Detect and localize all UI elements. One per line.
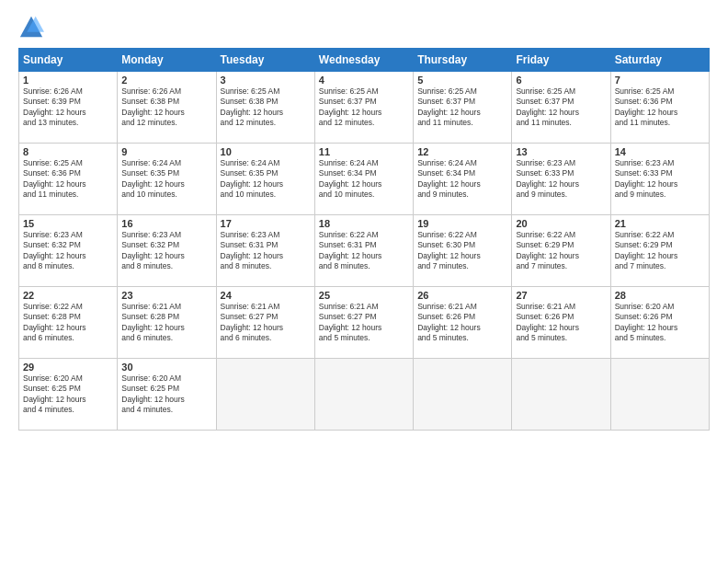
day-info: Sunrise: 6:21 AMSunset: 6:28 PMDaylight:… [121, 302, 211, 344]
calendar-cell: 4Sunrise: 6:25 AMSunset: 6:37 PMDaylight… [314, 72, 413, 144]
calendar-cell [610, 359, 709, 431]
day-number: 28 [615, 290, 705, 301]
day-info: Sunrise: 6:23 AMSunset: 6:33 PMDaylight:… [516, 158, 606, 201]
day-info: Sunrise: 6:20 AMSunset: 6:25 PMDaylight:… [121, 373, 211, 416]
weekday-header-friday: Friday [512, 49, 610, 72]
day-info: Sunrise: 6:22 AMSunset: 6:28 PMDaylight:… [23, 302, 113, 344]
day-info: Sunrise: 6:22 AMSunset: 6:29 PMDaylight:… [615, 230, 705, 272]
day-number: 23 [121, 290, 211, 301]
day-info: Sunrise: 6:24 AMSunset: 6:34 PMDaylight:… [417, 158, 507, 201]
day-info: Sunrise: 6:21 AMSunset: 6:27 PMDaylight:… [221, 302, 311, 344]
day-number: 30 [121, 362, 211, 373]
day-number: 6 [516, 75, 606, 86]
calendar-cell: 3Sunrise: 6:25 AMSunset: 6:38 PMDaylight… [216, 72, 314, 144]
calendar-cell [512, 359, 610, 431]
day-number: 21 [615, 218, 705, 229]
weekday-header-saturday: Saturday [610, 49, 709, 72]
day-number: 17 [221, 218, 311, 229]
logo [18, 15, 48, 40]
calendar: SundayMondayTuesdayWednesdayThursdayFrid… [18, 48, 710, 431]
day-number: 16 [121, 218, 211, 229]
day-number: 26 [417, 290, 507, 301]
calendar-cell [216, 359, 314, 431]
calendar-cell: 24Sunrise: 6:21 AMSunset: 6:27 PMDayligh… [216, 287, 314, 359]
day-info: Sunrise: 6:26 AMSunset: 6:39 PMDaylight:… [23, 86, 113, 129]
day-info: Sunrise: 6:25 AMSunset: 6:38 PMDaylight:… [221, 86, 311, 129]
day-info: Sunrise: 6:21 AMSunset: 6:26 PMDaylight:… [516, 302, 606, 344]
day-info: Sunrise: 6:20 AMSunset: 6:26 PMDaylight:… [615, 302, 705, 344]
calendar-cell: 17Sunrise: 6:23 AMSunset: 6:31 PMDayligh… [216, 215, 314, 287]
day-number: 15 [23, 218, 113, 229]
calendar-cell: 14Sunrise: 6:23 AMSunset: 6:33 PMDayligh… [610, 144, 709, 215]
calendar-cell: 26Sunrise: 6:21 AMSunset: 6:26 PMDayligh… [414, 287, 512, 359]
calendar-cell: 20Sunrise: 6:22 AMSunset: 6:29 PMDayligh… [512, 215, 610, 287]
day-number: 5 [417, 75, 507, 86]
calendar-cell: 29Sunrise: 6:20 AMSunset: 6:25 PMDayligh… [19, 359, 118, 431]
day-number: 19 [417, 218, 507, 229]
calendar-cell: 19Sunrise: 6:22 AMSunset: 6:30 PMDayligh… [414, 215, 512, 287]
day-number: 3 [221, 75, 311, 86]
calendar-cell: 13Sunrise: 6:23 AMSunset: 6:33 PMDayligh… [512, 144, 610, 215]
calendar-cell: 7Sunrise: 6:25 AMSunset: 6:36 PMDaylight… [610, 72, 709, 144]
day-info: Sunrise: 6:22 AMSunset: 6:31 PMDaylight:… [319, 230, 409, 272]
day-number: 7 [615, 75, 705, 86]
calendar-cell [314, 359, 413, 431]
day-number: 12 [417, 146, 507, 157]
day-number: 27 [516, 290, 606, 301]
day-info: Sunrise: 6:23 AMSunset: 6:32 PMDaylight:… [121, 230, 211, 272]
calendar-cell: 8Sunrise: 6:25 AMSunset: 6:36 PMDaylight… [19, 144, 118, 215]
weekday-header-monday: Monday [118, 49, 216, 72]
day-info: Sunrise: 6:25 AMSunset: 6:36 PMDaylight:… [23, 158, 113, 201]
day-info: Sunrise: 6:25 AMSunset: 6:37 PMDaylight:… [417, 86, 507, 129]
calendar-cell: 25Sunrise: 6:21 AMSunset: 6:27 PMDayligh… [314, 287, 413, 359]
day-info: Sunrise: 6:26 AMSunset: 6:38 PMDaylight:… [121, 86, 211, 129]
calendar-cell: 9Sunrise: 6:24 AMSunset: 6:35 PMDaylight… [118, 144, 216, 215]
day-info: Sunrise: 6:23 AMSunset: 6:32 PMDaylight:… [23, 230, 113, 272]
day-number: 11 [319, 146, 409, 157]
day-number: 14 [615, 146, 705, 157]
day-info: Sunrise: 6:25 AMSunset: 6:37 PMDaylight:… [516, 86, 606, 129]
calendar-cell: 23Sunrise: 6:21 AMSunset: 6:28 PMDayligh… [118, 287, 216, 359]
day-info: Sunrise: 6:24 AMSunset: 6:35 PMDaylight:… [121, 158, 211, 201]
day-info: Sunrise: 6:20 AMSunset: 6:25 PMDaylight:… [23, 373, 113, 416]
day-info: Sunrise: 6:24 AMSunset: 6:34 PMDaylight:… [319, 158, 409, 201]
day-info: Sunrise: 6:22 AMSunset: 6:29 PMDaylight:… [516, 230, 606, 272]
weekday-header-tuesday: Tuesday [216, 49, 314, 72]
calendar-cell: 10Sunrise: 6:24 AMSunset: 6:35 PMDayligh… [216, 144, 314, 215]
day-number: 2 [121, 75, 211, 86]
day-info: Sunrise: 6:23 AMSunset: 6:33 PMDaylight:… [615, 158, 705, 201]
calendar-cell: 5Sunrise: 6:25 AMSunset: 6:37 PMDaylight… [414, 72, 512, 144]
day-info: Sunrise: 6:25 AMSunset: 6:37 PMDaylight:… [319, 86, 409, 129]
weekday-header-wednesday: Wednesday [314, 49, 413, 72]
calendar-cell: 28Sunrise: 6:20 AMSunset: 6:26 PMDayligh… [610, 287, 709, 359]
day-info: Sunrise: 6:22 AMSunset: 6:30 PMDaylight:… [417, 230, 507, 272]
day-number: 4 [319, 75, 409, 86]
calendar-cell: 22Sunrise: 6:22 AMSunset: 6:28 PMDayligh… [19, 287, 118, 359]
day-info: Sunrise: 6:24 AMSunset: 6:35 PMDaylight:… [221, 158, 311, 201]
calendar-cell: 18Sunrise: 6:22 AMSunset: 6:31 PMDayligh… [314, 215, 413, 287]
day-number: 22 [23, 290, 113, 301]
weekday-header-thursday: Thursday [414, 49, 512, 72]
calendar-cell: 27Sunrise: 6:21 AMSunset: 6:26 PMDayligh… [512, 287, 610, 359]
calendar-cell: 30Sunrise: 6:20 AMSunset: 6:25 PMDayligh… [118, 359, 216, 431]
day-number: 25 [319, 290, 409, 301]
day-number: 20 [516, 218, 606, 229]
calendar-cell: 2Sunrise: 6:26 AMSunset: 6:38 PMDaylight… [118, 72, 216, 144]
day-info: Sunrise: 6:23 AMSunset: 6:31 PMDaylight:… [221, 230, 311, 272]
calendar-cell: 6Sunrise: 6:25 AMSunset: 6:37 PMDaylight… [512, 72, 610, 144]
calendar-cell: 15Sunrise: 6:23 AMSunset: 6:32 PMDayligh… [19, 215, 118, 287]
day-number: 1 [23, 75, 113, 86]
day-number: 13 [516, 146, 606, 157]
day-info: Sunrise: 6:21 AMSunset: 6:27 PMDaylight:… [319, 302, 409, 344]
calendar-cell: 12Sunrise: 6:24 AMSunset: 6:34 PMDayligh… [414, 144, 512, 215]
day-number: 8 [23, 146, 113, 157]
calendar-cell [414, 359, 512, 431]
day-number: 10 [221, 146, 311, 157]
calendar-cell: 11Sunrise: 6:24 AMSunset: 6:34 PMDayligh… [314, 144, 413, 215]
calendar-cell: 21Sunrise: 6:22 AMSunset: 6:29 PMDayligh… [610, 215, 709, 287]
calendar-cell: 1Sunrise: 6:26 AMSunset: 6:39 PMDaylight… [19, 72, 118, 144]
day-number: 29 [23, 362, 113, 373]
calendar-cell: 16Sunrise: 6:23 AMSunset: 6:32 PMDayligh… [118, 215, 216, 287]
day-info: Sunrise: 6:21 AMSunset: 6:26 PMDaylight:… [417, 302, 507, 344]
day-info: Sunrise: 6:25 AMSunset: 6:36 PMDaylight:… [615, 86, 705, 129]
